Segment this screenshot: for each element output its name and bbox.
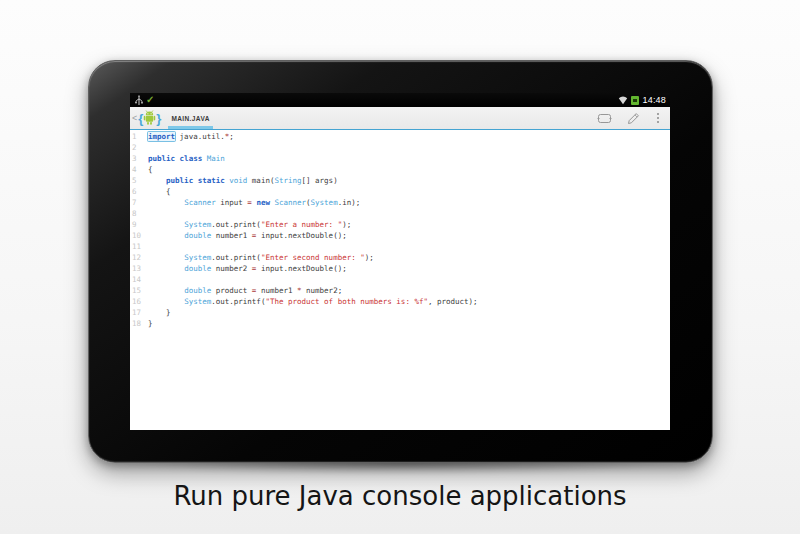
code-area: 1import java.util.*;23public class Main4… bbox=[130, 131, 670, 329]
line-number: 8 bbox=[130, 208, 148, 219]
code-line[interactable]: 4{ bbox=[130, 164, 670, 175]
code-line[interactable]: 1import java.util.*; bbox=[130, 131, 670, 142]
code-line[interactable]: 13 double number2 = input.nextDouble(); bbox=[130, 263, 670, 274]
line-number: 9 bbox=[130, 219, 148, 230]
line-number: 18 bbox=[130, 318, 148, 329]
clock: 14:48 bbox=[642, 95, 666, 105]
caption-text: Run pure Java console applications bbox=[0, 481, 800, 511]
console-icon[interactable] bbox=[597, 113, 612, 124]
code-text: { bbox=[148, 186, 171, 197]
code-editor[interactable]: 1import java.util.*;23public class Main4… bbox=[130, 130, 670, 430]
code-text: public static void main(String[] args) bbox=[148, 175, 338, 186]
code-text: System.out.print("Enter a number: "); bbox=[148, 219, 351, 230]
code-line[interactable]: 15 double product = number1 * number2; bbox=[130, 285, 670, 296]
line-number: 3 bbox=[130, 153, 148, 164]
code-line[interactable]: 2 bbox=[130, 142, 670, 153]
code-line[interactable]: 17 } bbox=[130, 307, 670, 318]
line-number: 14 bbox=[130, 274, 148, 285]
app-logo[interactable]: < { } bbox=[132, 107, 161, 129]
tablet-screen: ✓ 14:48 < { bbox=[130, 93, 670, 430]
code-text: System.out.print("Enter second number: "… bbox=[148, 252, 374, 263]
edit-pencil-icon[interactable] bbox=[627, 112, 640, 125]
status-bar-left: ✓ bbox=[135, 95, 154, 106]
code-text: import java.util.*; bbox=[148, 131, 234, 142]
close-brace-glyph: } bbox=[156, 112, 161, 125]
tab-main-java[interactable]: MAIN.JAVA bbox=[168, 107, 212, 129]
tablet-frame: ✓ 14:48 < { bbox=[88, 60, 713, 463]
code-text: double number2 = input.nextDouble(); bbox=[148, 263, 347, 274]
code-line[interactable]: 5 public static void main(String[] args) bbox=[130, 175, 670, 186]
code-line[interactable]: 11 bbox=[130, 241, 670, 252]
code-line[interactable]: 9 System.out.print("Enter a number: "); bbox=[130, 219, 670, 230]
line-number: 15 bbox=[130, 285, 148, 296]
line-number: 6 bbox=[130, 186, 148, 197]
code-text: } bbox=[148, 307, 171, 318]
overflow-menu-icon[interactable] bbox=[655, 111, 661, 125]
code-line[interactable]: 10 double number1 = input.nextDouble(); bbox=[130, 230, 670, 241]
code-line[interactable]: 6 { bbox=[130, 186, 670, 197]
code-text: System.out.printf("The product of both n… bbox=[148, 296, 478, 307]
code-text: } bbox=[148, 318, 153, 329]
line-number: 1 bbox=[130, 131, 148, 142]
line-number: 13 bbox=[130, 263, 148, 274]
code-line[interactable]: 14 bbox=[130, 274, 670, 285]
code-line[interactable]: 3public class Main bbox=[130, 153, 670, 164]
code-line[interactable]: 16 System.out.printf("The product of bot… bbox=[130, 296, 670, 307]
usb-debug-icon bbox=[135, 95, 143, 106]
code-text: double number1 = input.nextDouble(); bbox=[148, 230, 347, 241]
code-line[interactable]: 8 bbox=[130, 208, 670, 219]
code-text: public class Main bbox=[148, 153, 225, 164]
line-number: 2 bbox=[130, 142, 148, 153]
code-line[interactable]: 7 Scanner input = new Scanner(System.in)… bbox=[130, 197, 670, 208]
battery-icon bbox=[631, 96, 639, 105]
line-number: 4 bbox=[130, 164, 148, 175]
check-icon: ✓ bbox=[146, 95, 154, 105]
wifi-icon bbox=[618, 95, 628, 105]
code-text: Scanner input = new Scanner(System.in); bbox=[148, 197, 360, 208]
line-number: 7 bbox=[130, 197, 148, 208]
code-line[interactable]: 12 System.out.print("Enter second number… bbox=[130, 252, 670, 263]
code-text: { bbox=[148, 164, 153, 175]
status-bar: ✓ 14:48 bbox=[130, 93, 670, 107]
line-number: 12 bbox=[130, 252, 148, 263]
tab-label: MAIN.JAVA bbox=[171, 115, 209, 122]
action-bar-buttons bbox=[597, 111, 661, 125]
line-number: 17 bbox=[130, 307, 148, 318]
code-line[interactable]: 18} bbox=[130, 318, 670, 329]
line-number: 5 bbox=[130, 175, 148, 186]
line-number: 16 bbox=[130, 296, 148, 307]
line-number: 10 bbox=[130, 230, 148, 241]
action-bar: < { } MAIN.JAVA bbox=[130, 107, 670, 130]
code-text: double product = number1 * number2; bbox=[148, 285, 342, 296]
android-robot-icon bbox=[143, 110, 156, 126]
line-number: 11 bbox=[130, 241, 148, 252]
status-bar-right: 14:48 bbox=[618, 95, 666, 105]
angle-bracket-glyph: < bbox=[132, 113, 137, 123]
